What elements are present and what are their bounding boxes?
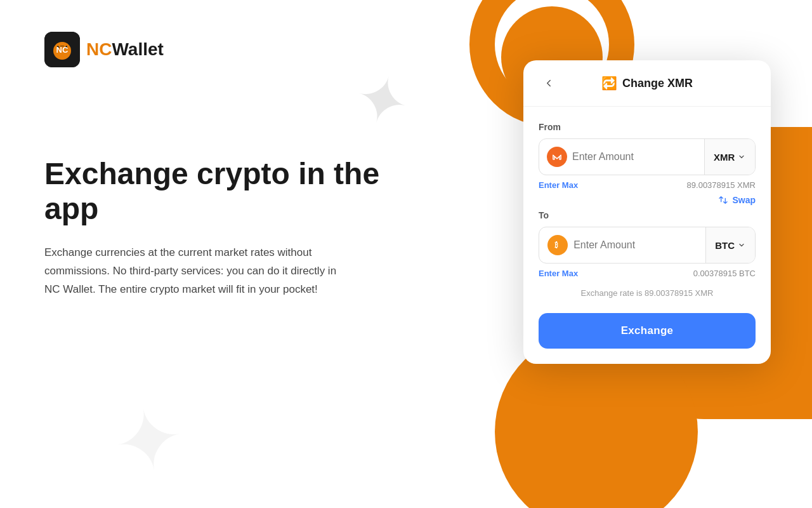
svg-point-4	[550, 150, 564, 164]
logo-nc-text: NC	[56, 45, 69, 55]
from-label: From	[539, 122, 756, 132]
from-field-meta: Enter Max 89.00378915 XMR	[539, 180, 756, 190]
logo-icon: NC	[44, 32, 80, 67]
from-input-row: XMR	[539, 138, 756, 175]
xmr-coin-icon	[547, 147, 567, 167]
exchange-rate-text: Exchange rate is 89.00378915 XMR	[539, 288, 756, 298]
swap-row: Swap	[539, 195, 756, 205]
hero-title: Exchange crypto in the app	[44, 156, 400, 226]
logo: NC NCWallet	[44, 32, 400, 67]
back-button[interactable]	[539, 73, 559, 93]
modal-body: From XMR Enter Max 89.00378915 XM	[523, 107, 771, 364]
from-enter-max-button[interactable]: Enter Max	[539, 180, 578, 190]
modal-title: Change XMR	[622, 77, 693, 90]
btc-coin-icon: ₿	[547, 235, 568, 255]
to-currency-text: BTC	[715, 240, 735, 251]
from-currency-text: XMR	[714, 152, 735, 163]
left-section: NC NCWallet Exchange crypto in the app E…	[44, 0, 400, 508]
to-input-row: ₿ BTC	[539, 227, 756, 264]
to-label: To	[539, 210, 756, 220]
exchange-button[interactable]: Exchange	[539, 313, 756, 349]
to-currency-selector[interactable]: BTC	[705, 227, 755, 263]
from-balance: 89.00378915 XMR	[687, 180, 756, 190]
to-amount-input[interactable]	[568, 229, 705, 261]
change-icon: 🔁	[601, 76, 617, 91]
swap-button[interactable]: Swap	[718, 195, 756, 205]
to-balance: 0.00378915 BTC	[693, 269, 756, 278]
modal-container: 🔁 Change XMR From XMR	[523, 60, 771, 364]
modal-title-area: 🔁 Change XMR	[559, 76, 735, 91]
from-currency-chevron	[737, 152, 746, 161]
xmr-icon-wrap	[539, 139, 567, 175]
from-currency-selector[interactable]: XMR	[704, 139, 755, 175]
btc-icon-wrap: ₿	[539, 227, 568, 263]
to-enter-max-button[interactable]: Enter Max	[539, 269, 578, 278]
from-amount-input[interactable]	[567, 141, 704, 173]
swap-label: Swap	[732, 195, 756, 205]
to-field-meta: Enter Max 0.00378915 BTC	[539, 269, 756, 278]
logo-text: NCWallet	[86, 39, 164, 60]
to-currency-chevron	[737, 241, 746, 250]
modal-header: 🔁 Change XMR	[523, 60, 771, 107]
svg-text:₿: ₿	[554, 241, 558, 249]
hero-description: Exchange currencies at the current marke…	[44, 244, 349, 299]
